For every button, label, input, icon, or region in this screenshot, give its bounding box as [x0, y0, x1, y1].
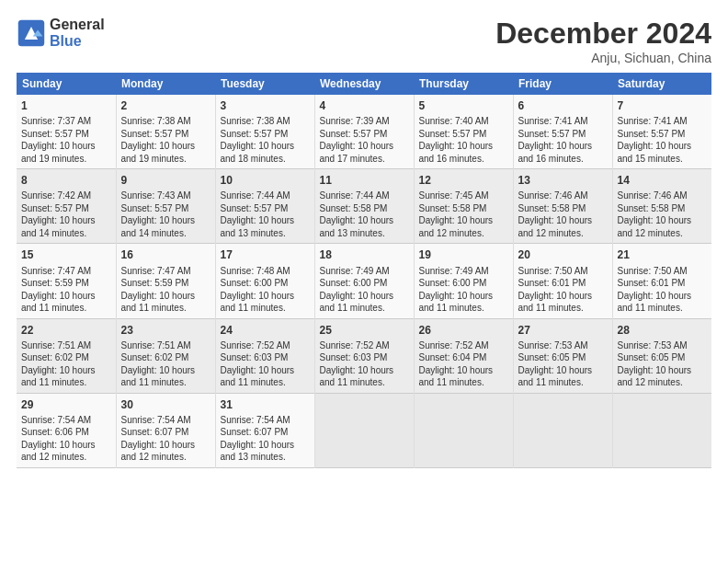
day-info: Daylight: 10 hours [320, 290, 409, 303]
day-info: Sunset: 6:05 PM [618, 351, 708, 364]
day-info: Sunset: 5:59 PM [21, 277, 111, 290]
day-info: Daylight: 10 hours [121, 214, 210, 227]
day-info: and 19 minutes. [121, 153, 210, 166]
day-info: Sunset: 5:57 PM [320, 128, 409, 141]
day-info: Sunrise: 7:41 AM [618, 115, 708, 128]
day-info: and 16 minutes. [518, 153, 608, 166]
day-cell [314, 393, 414, 467]
day-number: 11 [320, 173, 409, 188]
day-info: and 11 minutes. [121, 302, 210, 315]
day-number: 7 [618, 98, 708, 113]
day-cell: 21Sunrise: 7:50 AMSunset: 6:01 PMDayligh… [612, 244, 711, 318]
day-info: and 12 minutes. [618, 227, 708, 240]
day-cell: 16Sunrise: 7:47 AMSunset: 5:59 PMDayligh… [116, 244, 215, 318]
column-header-wednesday: Wednesday [314, 73, 414, 95]
day-info: Daylight: 10 hours [21, 140, 111, 153]
day-info: Sunset: 6:05 PM [518, 351, 608, 364]
day-info: Sunset: 6:06 PM [21, 426, 111, 439]
day-cell: 24Sunrise: 7:52 AMSunset: 6:03 PMDayligh… [215, 318, 314, 393]
day-info: and 12 minutes. [618, 376, 708, 389]
day-number: 10 [221, 173, 310, 188]
day-info: Sunrise: 7:38 AM [121, 115, 210, 128]
day-info: Sunset: 5:58 PM [419, 202, 508, 215]
day-info: and 14 minutes. [21, 227, 111, 240]
day-cell [612, 393, 711, 467]
day-info: Sunrise: 7:46 AM [518, 190, 608, 202]
day-info: Sunset: 6:07 PM [221, 426, 310, 439]
day-info: Sunset: 5:57 PM [121, 128, 210, 141]
day-cell: 8Sunrise: 7:42 AMSunset: 5:57 PMDaylight… [17, 169, 116, 244]
day-number: 8 [21, 173, 111, 188]
header-row: SundayMondayTuesdayWednesdayThursdayFrid… [17, 73, 711, 95]
day-info: and 15 minutes. [618, 153, 708, 166]
day-info: Sunrise: 7:48 AM [221, 265, 310, 278]
day-number: 9 [121, 173, 210, 188]
day-cell: 12Sunrise: 7:45 AMSunset: 5:58 PMDayligh… [414, 169, 513, 244]
day-number: 5 [419, 98, 508, 113]
day-cell: 5Sunrise: 7:40 AMSunset: 5:57 PMDaylight… [414, 95, 513, 169]
day-number: 21 [618, 247, 708, 262]
day-cell: 18Sunrise: 7:49 AMSunset: 6:00 PMDayligh… [314, 244, 414, 318]
column-header-saturday: Saturday [612, 73, 711, 95]
day-number: 22 [21, 323, 111, 338]
day-info: Sunset: 6:00 PM [320, 277, 409, 290]
day-number: 31 [221, 397, 310, 412]
day-info: Sunset: 6:02 PM [21, 351, 111, 364]
day-info: Sunrise: 7:38 AM [221, 115, 310, 128]
location: Anju, Sichuan, China [495, 51, 711, 65]
day-info: Sunrise: 7:42 AM [21, 190, 111, 202]
day-number: 1 [21, 98, 111, 113]
day-cell: 15Sunrise: 7:47 AMSunset: 5:59 PMDayligh… [17, 244, 116, 318]
day-cell [513, 393, 612, 467]
day-info: Sunset: 5:57 PM [21, 202, 111, 215]
day-info: Sunset: 5:57 PM [221, 202, 310, 215]
day-info: and 11 minutes. [221, 376, 310, 389]
day-cell: 31Sunrise: 7:54 AMSunset: 6:07 PMDayligh… [215, 393, 314, 467]
day-info: and 11 minutes. [419, 376, 508, 389]
day-info: Daylight: 10 hours [21, 290, 111, 303]
day-info: Sunrise: 7:50 AM [518, 265, 608, 278]
day-number: 16 [121, 247, 210, 262]
day-info: Sunrise: 7:49 AM [320, 265, 409, 278]
day-info: Daylight: 10 hours [121, 140, 210, 153]
logo-line2: Blue [50, 33, 105, 50]
day-info: and 19 minutes. [21, 153, 111, 166]
day-info: Sunrise: 7:44 AM [320, 190, 409, 202]
day-info: Daylight: 10 hours [320, 364, 409, 377]
day-info: Daylight: 10 hours [221, 214, 310, 227]
day-info: Sunset: 5:57 PM [21, 128, 111, 141]
day-info: Sunrise: 7:52 AM [221, 339, 310, 352]
day-info: Sunset: 5:57 PM [121, 202, 210, 215]
day-info: Daylight: 10 hours [21, 214, 111, 227]
column-header-sunday: Sunday [17, 73, 116, 95]
day-cell: 4Sunrise: 7:39 AMSunset: 5:57 PMDaylight… [314, 95, 414, 169]
day-info: Daylight: 10 hours [221, 439, 310, 452]
day-info: Sunset: 5:59 PM [121, 277, 210, 290]
day-cell: 27Sunrise: 7:53 AMSunset: 6:05 PMDayligh… [513, 318, 612, 393]
day-info: Sunset: 5:57 PM [618, 128, 708, 141]
day-number: 17 [221, 247, 310, 262]
day-info: Sunrise: 7:54 AM [21, 414, 111, 427]
day-info: and 13 minutes. [221, 227, 310, 240]
day-info: and 18 minutes. [221, 153, 310, 166]
day-info: and 11 minutes. [21, 376, 111, 389]
day-info: Sunset: 6:03 PM [320, 351, 409, 364]
day-info: Daylight: 10 hours [121, 290, 210, 303]
day-number: 15 [21, 247, 111, 262]
day-cell: 17Sunrise: 7:48 AMSunset: 6:00 PMDayligh… [215, 244, 314, 318]
day-info: Sunrise: 7:51 AM [21, 339, 111, 352]
day-info: Sunrise: 7:37 AM [21, 115, 111, 128]
page-container: General Blue December 2024 Anju, Sichuan… [0, 0, 728, 477]
day-cell: 2Sunrise: 7:38 AMSunset: 5:57 PMDaylight… [116, 95, 215, 169]
day-info: and 13 minutes. [320, 227, 409, 240]
day-cell: 19Sunrise: 7:49 AMSunset: 6:00 PMDayligh… [414, 244, 513, 318]
day-cell: 13Sunrise: 7:46 AMSunset: 5:58 PMDayligh… [513, 169, 612, 244]
day-cell: 9Sunrise: 7:43 AMSunset: 5:57 PMDaylight… [116, 169, 215, 244]
day-info: Daylight: 10 hours [419, 290, 508, 303]
day-info: and 12 minutes. [419, 227, 508, 240]
day-info: Sunset: 6:07 PM [121, 426, 210, 439]
column-header-monday: Monday [116, 73, 215, 95]
day-number: 30 [121, 397, 210, 412]
day-cell: 1Sunrise: 7:37 AMSunset: 5:57 PMDaylight… [17, 95, 116, 169]
day-info: Sunrise: 7:40 AM [419, 115, 508, 128]
